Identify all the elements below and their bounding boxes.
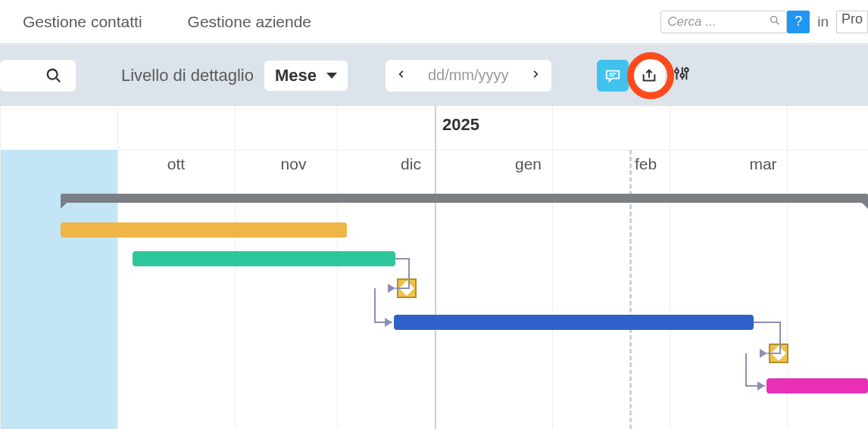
svg-line-3 bbox=[57, 78, 61, 82]
gantt-toolbar: Livello di dettaglio Mese dd/mm/yyyy bbox=[0, 44, 868, 106]
gantt-search[interactable] bbox=[0, 60, 76, 92]
global-search-input[interactable] bbox=[661, 14, 763, 30]
dependency-lines bbox=[0, 180, 868, 429]
detail-level-select[interactable]: Mese bbox=[264, 61, 348, 91]
year-label: 2025 bbox=[442, 115, 479, 135]
task-bar[interactable] bbox=[61, 222, 347, 238]
month-col: apr bbox=[822, 151, 868, 180]
chat-icon bbox=[604, 67, 621, 84]
svg-point-10 bbox=[680, 73, 684, 77]
chevron-left-icon bbox=[396, 69, 407, 79]
task-bar[interactable] bbox=[133, 251, 395, 266]
current-month-highlight bbox=[0, 150, 117, 429]
settings-button[interactable] bbox=[673, 65, 689, 86]
milestone[interactable] bbox=[769, 344, 788, 363]
gantt-chart: 2025 set ott nov dic gen feb mar apr bbox=[0, 106, 868, 429]
date-prev-button[interactable] bbox=[386, 67, 417, 83]
scope-label: in bbox=[817, 14, 829, 30]
svg-marker-13 bbox=[388, 284, 395, 293]
date-input[interactable]: dd/mm/yyyy bbox=[417, 67, 520, 84]
svg-line-1 bbox=[776, 22, 779, 24]
date-navigator: dd/mm/yyyy bbox=[386, 60, 551, 92]
svg-point-12 bbox=[685, 68, 688, 72]
month-col: ott bbox=[117, 151, 235, 180]
svg-point-8 bbox=[675, 69, 679, 73]
sliders-icon bbox=[673, 65, 689, 82]
svg-marker-15 bbox=[760, 349, 767, 358]
svg-point-2 bbox=[48, 69, 58, 79]
year-divider bbox=[435, 106, 436, 429]
global-search[interactable] bbox=[660, 11, 787, 33]
nav-contacts[interactable]: Gestione contatti bbox=[0, 13, 165, 31]
task-bar[interactable] bbox=[767, 378, 868, 393]
svg-marker-16 bbox=[757, 381, 765, 390]
svg-marker-14 bbox=[385, 318, 392, 327]
svg-point-0 bbox=[771, 16, 777, 22]
today-line bbox=[629, 150, 632, 429]
task-bar[interactable] bbox=[394, 315, 754, 330]
nav-companies[interactable]: Gestione aziende bbox=[165, 13, 334, 31]
chevron-right-icon bbox=[530, 69, 541, 79]
summary-bar[interactable] bbox=[61, 194, 868, 203]
date-next-button[interactable] bbox=[520, 67, 551, 83]
search-icon bbox=[763, 14, 786, 30]
month-header: set ott nov dic gen feb mar apr bbox=[0, 150, 868, 180]
detail-level-label: Livello di dettaglio bbox=[121, 66, 254, 85]
export-icon bbox=[641, 67, 657, 84]
help-button[interactable]: ? bbox=[787, 11, 810, 33]
scope-select[interactable]: Pro bbox=[836, 11, 868, 33]
month-col: nov bbox=[235, 151, 352, 180]
export-button[interactable] bbox=[633, 60, 665, 92]
month-col: mar bbox=[704, 151, 822, 180]
month-col: gen bbox=[470, 151, 587, 180]
top-nav: Gestione contatti Gestione aziende ? in … bbox=[0, 0, 868, 44]
milestone[interactable] bbox=[397, 278, 417, 298]
search-icon bbox=[45, 67, 62, 84]
month-col: feb bbox=[587, 151, 704, 180]
chat-button[interactable] bbox=[597, 60, 629, 92]
gantt-grid bbox=[0, 180, 868, 429]
month-col: dic bbox=[352, 151, 470, 180]
